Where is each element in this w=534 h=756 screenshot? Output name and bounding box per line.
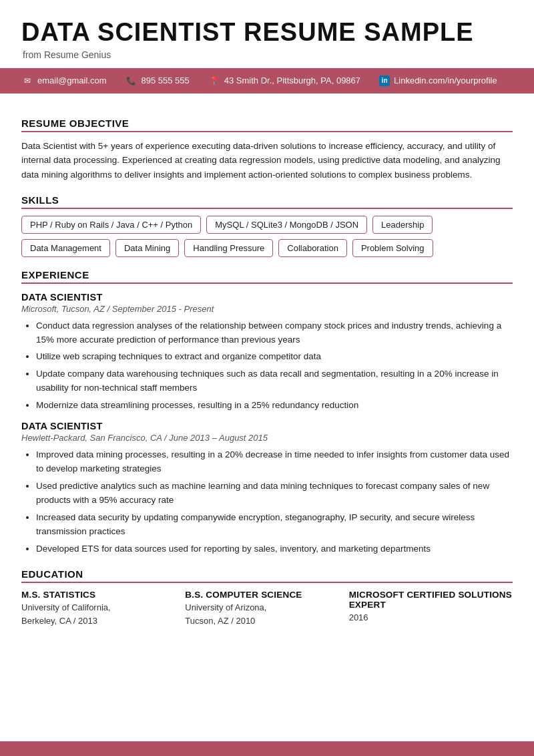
contact-address: 📍 43 Smith Dr., Pittsburgh, PA, 09867	[208, 75, 360, 87]
footer-bar	[0, 741, 534, 756]
edu-details: University of Arizona,Tucson, AZ / 2010	[185, 601, 348, 629]
subtitle: from Resume Genius	[21, 49, 513, 60]
job-entry: DATA SCIENTISTMicrosoft, Tucson, AZ / Se…	[21, 292, 513, 413]
skill-tag: MySQL / SQLite3 / MongoDB / JSON	[206, 216, 367, 234]
skill-tag: Collaboration	[278, 239, 347, 257]
skill-tag: Data Mining	[115, 239, 179, 257]
skill-tag: Leadership	[372, 216, 433, 234]
linkedin-icon: in	[379, 75, 390, 86]
email-icon: ✉	[21, 75, 33, 87]
page-title: DATA SCIENTIST RESUME SAMPLE	[21, 19, 513, 47]
job-bullet: Developed ETS for data sources used for …	[36, 542, 513, 556]
job-bullet: Increased data security by updating comp…	[36, 511, 513, 539]
job-bullet: Improved data mining processes, resultin…	[36, 448, 513, 476]
job-bullet: Utilize web scraping techniques to extra…	[36, 350, 513, 364]
job-bullet: Modernize data streamlining processes, r…	[36, 399, 513, 413]
edu-degree: B.S. COMPUTER SCIENCE	[185, 590, 348, 600]
contact-phone: 📞 895 555 555	[125, 75, 190, 87]
job-bullet: Used predictive analytics such as machin…	[36, 480, 513, 508]
job-bullet: Conduct data regression analyses of the …	[36, 319, 513, 347]
job-entry: DATA SCIENTISTHewlett-Packard, San Franc…	[21, 421, 513, 556]
job-bullets: Improved data mining processes, resultin…	[21, 448, 513, 556]
main-content: RESUME OBJECTIVE Data Scientist with 5+ …	[0, 93, 534, 642]
edu-item: M.S. STATISTICSUniversity of California,…	[21, 590, 185, 629]
education-grid: M.S. STATISTICSUniversity of California,…	[21, 590, 513, 629]
job-meta: Hewlett-Packard, San Francisco, CA / Jun…	[21, 433, 513, 443]
skills-title: SKILLS	[21, 194, 513, 209]
contact-linkedin: in Linkedin.com/in/yourprofile	[379, 75, 497, 86]
phone-icon: 📞	[125, 75, 138, 87]
edu-item: B.S. COMPUTER SCIENCEUniversity of Arizo…	[185, 590, 348, 629]
edu-details: 2016	[349, 611, 513, 625]
skills-tags: PHP / Ruby on Rails / Java / C++ / Pytho…	[21, 216, 513, 257]
job-meta: Microsoft, Tucson, AZ / September 2015 -…	[21, 304, 513, 314]
header: DATA SCIENTIST RESUME SAMPLE from Resume…	[0, 0, 534, 68]
objective-text: Data Scientist with 5+ years of experien…	[21, 139, 513, 182]
edu-degree: M.S. STATISTICS	[21, 590, 185, 600]
education-title: EDUCATION	[21, 568, 513, 583]
job-bullets: Conduct data regression analyses of the …	[21, 319, 513, 413]
contact-bar: ✉ email@gmail.com 📞 895 555 555 📍 43 Smi…	[0, 68, 534, 93]
edu-degree: MICROSOFT CERTIFIED SOLUTIONS EXPERT	[349, 590, 513, 610]
job-title: DATA SCIENTIST	[21, 292, 513, 303]
edu-details: University of California,Berkeley, CA / …	[21, 601, 185, 629]
objective-title: RESUME OBJECTIVE	[21, 118, 513, 132]
skill-tag: PHP / Ruby on Rails / Java / C++ / Pytho…	[21, 216, 201, 234]
contact-email: ✉ email@gmail.com	[21, 75, 107, 87]
experience-section: DATA SCIENTISTMicrosoft, Tucson, AZ / Se…	[21, 292, 513, 556]
job-bullet: Update company data warehousing techniqu…	[36, 367, 513, 395]
job-title: DATA SCIENTIST	[21, 421, 513, 431]
skill-tag: Data Management	[21, 239, 110, 257]
edu-item: MICROSOFT CERTIFIED SOLUTIONS EXPERT2016	[349, 590, 513, 629]
location-icon: 📍	[208, 75, 220, 87]
experience-title: EXPERIENCE	[21, 269, 513, 284]
skill-tag: Handling Pressure	[184, 239, 273, 257]
skill-tag: Problem Solving	[352, 239, 433, 257]
